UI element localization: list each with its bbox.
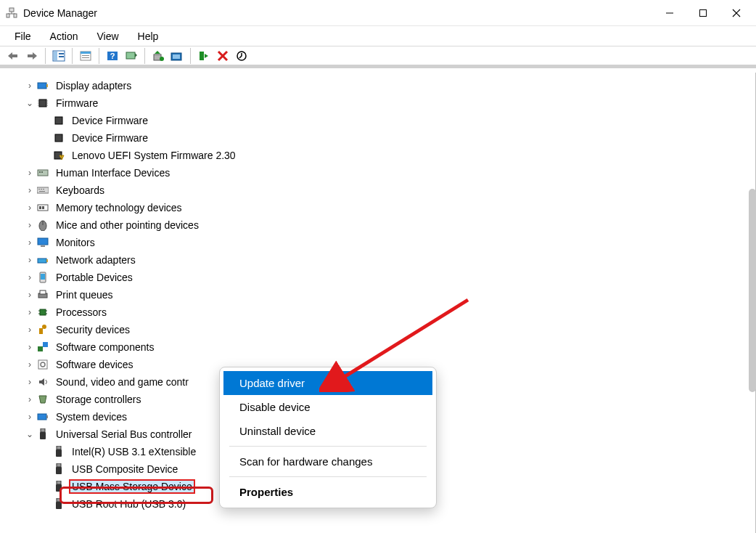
svg-rect-86 bbox=[56, 502, 62, 509]
svg-point-23 bbox=[160, 57, 164, 61]
tree-label: Software devices bbox=[54, 358, 136, 371]
svg-rect-4 bbox=[14, 14, 17, 17]
scan-hardware-icon[interactable] bbox=[123, 47, 140, 65]
menu-file[interactable]: File bbox=[7, 29, 38, 44]
chevron-right-icon[interactable]: › bbox=[23, 375, 36, 388]
chevron-right-icon[interactable]: › bbox=[23, 219, 36, 232]
svg-rect-44 bbox=[39, 171, 41, 173]
tree-item-device-firmware-2[interactable]: Device Firmware bbox=[7, 129, 755, 147]
tree-item-firmware[interactable]: ⌄ Firmware bbox=[7, 94, 755, 112]
firmware-icon bbox=[52, 131, 65, 145]
svg-rect-46 bbox=[37, 187, 49, 193]
svg-rect-82 bbox=[56, 467, 62, 474]
minimize-button[interactable] bbox=[653, 1, 686, 25]
svg-rect-13 bbox=[59, 53, 64, 54]
context-menu: Update driver Disable device Uninstall d… bbox=[219, 367, 437, 508]
menu-view[interactable]: View bbox=[89, 29, 126, 44]
show-hide-console-tree-icon[interactable] bbox=[50, 47, 67, 65]
chevron-right-icon[interactable]: › bbox=[23, 323, 36, 336]
menu-help[interactable]: Help bbox=[131, 29, 166, 44]
ctx-scan-hardware[interactable]: Scan for hardware changes bbox=[223, 449, 432, 473]
tree-label: USB Composite Device bbox=[70, 463, 180, 476]
chevron-right-icon[interactable]: › bbox=[23, 79, 36, 92]
maximize-button[interactable] bbox=[686, 1, 720, 25]
software-devices-icon bbox=[36, 358, 49, 371]
help-toolbar-icon[interactable]: ? bbox=[104, 47, 121, 65]
memory-icon bbox=[36, 201, 49, 214]
tree-label: Keyboards bbox=[54, 184, 107, 197]
tree-item-portable[interactable]: › Portable Devices bbox=[7, 269, 755, 286]
svg-rect-63 bbox=[40, 290, 46, 294]
svg-rect-72 bbox=[43, 342, 48, 347]
update-driver-toolbar-icon[interactable] bbox=[149, 47, 167, 65]
tree-label: Device Firmware bbox=[70, 114, 150, 127]
tree-label: Mice and other pointing devices bbox=[54, 219, 201, 232]
close-button[interactable] bbox=[720, 1, 753, 25]
tree-item-device-firmware-1[interactable]: Device Firmware bbox=[7, 112, 755, 129]
tree-label: Display adapters bbox=[54, 79, 133, 92]
chevron-right-icon[interactable]: › bbox=[23, 184, 36, 197]
tree-label: Security devices bbox=[54, 323, 132, 336]
enable-device-toolbar-icon[interactable] bbox=[195, 47, 213, 65]
svg-text:!: ! bbox=[61, 155, 62, 160]
ctx-properties[interactable]: Properties bbox=[223, 480, 432, 504]
tree-item-sw-components[interactable]: › Software components bbox=[7, 338, 755, 356]
chevron-right-icon[interactable]: › bbox=[23, 201, 36, 214]
back-button[interactable] bbox=[4, 47, 22, 65]
svg-rect-80 bbox=[56, 449, 62, 457]
chevron-right-icon[interactable]: › bbox=[23, 358, 36, 371]
tree-item-monitors[interactable]: › Monitors bbox=[7, 234, 755, 251]
svg-rect-31 bbox=[46, 84, 48, 87]
usb-icon bbox=[52, 497, 65, 510]
usb-icon bbox=[52, 463, 65, 476]
chevron-right-icon[interactable]: › bbox=[23, 253, 36, 266]
ctx-disable-device[interactable]: Disable device bbox=[223, 395, 432, 419]
tree-item-network[interactable]: › Network adapters bbox=[7, 251, 755, 269]
chevron-down-icon[interactable]: ⌄ bbox=[23, 97, 36, 110]
disable-device-toolbar-icon[interactable] bbox=[233, 47, 250, 65]
svg-rect-81 bbox=[57, 463, 61, 467]
chevron-right-icon[interactable]: › bbox=[23, 288, 36, 301]
cpu-icon bbox=[36, 306, 49, 319]
tree-label: Portable Devices bbox=[54, 271, 135, 284]
svg-rect-53 bbox=[42, 206, 44, 209]
chevron-right-icon[interactable]: › bbox=[23, 341, 36, 354]
portable-device-icon bbox=[36, 271, 49, 284]
properties-toolbar-icon[interactable] bbox=[77, 47, 94, 65]
vertical-scrollbar[interactable] bbox=[749, 189, 756, 392]
ctx-update-driver[interactable]: Update driver bbox=[223, 371, 432, 395]
system-icon bbox=[36, 410, 49, 423]
chevron-right-icon[interactable]: › bbox=[23, 236, 36, 249]
chevron-right-icon[interactable]: › bbox=[23, 393, 36, 406]
tree-label: Processors bbox=[54, 306, 109, 319]
menu-separator bbox=[229, 446, 427, 447]
chevron-right-icon[interactable]: › bbox=[23, 271, 36, 284]
tree-item-mice[interactable]: › Mice and other pointing devices bbox=[7, 216, 755, 234]
svg-rect-3 bbox=[7, 14, 9, 17]
tree-item-display-adapters[interactable]: › Display adapters bbox=[7, 77, 755, 94]
tree-item-keyboards[interactable]: › Keyboards bbox=[7, 182, 755, 199]
mouse-icon bbox=[36, 219, 49, 232]
chevron-down-icon[interactable]: ⌄ bbox=[23, 428, 36, 441]
add-legacy-hardware-icon[interactable] bbox=[168, 47, 186, 65]
title-bar: Device Manager bbox=[0, 0, 756, 26]
tree-label: Human Interface Devices bbox=[54, 166, 172, 179]
tree-item-processors[interactable]: › Processors bbox=[7, 304, 755, 321]
chevron-right-icon[interactable]: › bbox=[23, 410, 36, 423]
svg-rect-61 bbox=[41, 274, 45, 280]
tree-item-security[interactable]: › Security devices bbox=[7, 321, 755, 338]
tree-item-memory-tech[interactable]: › Memory technology devices bbox=[7, 199, 755, 216]
tree-label: Monitors bbox=[54, 236, 97, 249]
tree-item-hid[interactable]: › Human Interface Devices bbox=[7, 164, 755, 182]
tree-item-lenovo-uefi[interactable]: ! Lenovo UEFI System Firmware 2.30 bbox=[7, 147, 755, 164]
tree-item-print-queues[interactable]: › Print queues bbox=[7, 286, 755, 304]
svg-rect-30 bbox=[38, 83, 46, 89]
chevron-right-icon[interactable]: › bbox=[23, 166, 36, 179]
svg-rect-84 bbox=[56, 484, 62, 492]
ctx-uninstall-device[interactable]: Uninstall device bbox=[223, 419, 432, 443]
menu-action[interactable]: Action bbox=[43, 29, 86, 44]
chevron-right-icon[interactable]: › bbox=[23, 306, 36, 319]
forward-button[interactable] bbox=[23, 47, 41, 65]
tree-label: Firmware bbox=[54, 97, 100, 110]
uninstall-toolbar-icon[interactable] bbox=[214, 47, 231, 65]
